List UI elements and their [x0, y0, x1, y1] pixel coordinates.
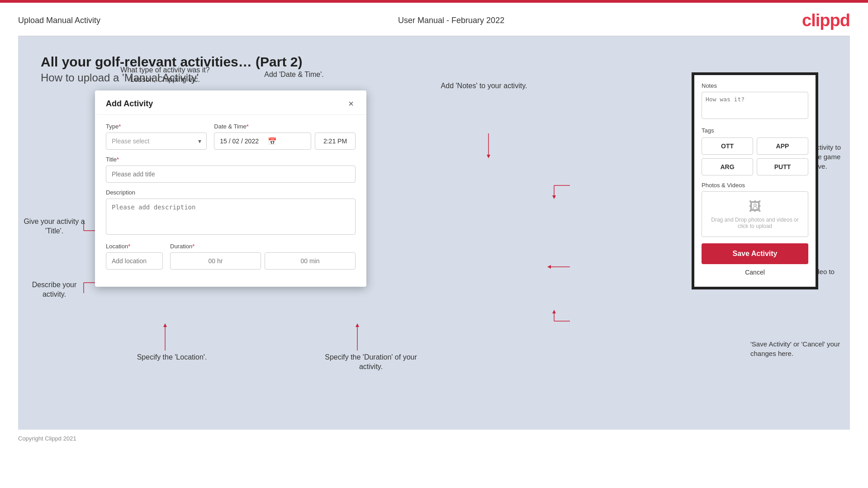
location-group: Location*: [106, 243, 163, 270]
form-row-type-datetime: Type* Please select ▾ Date & Time*: [106, 123, 356, 150]
page-title: Upload Manual Activity: [18, 16, 100, 25]
annotation-title: Give your activity a 'Title'.: [23, 217, 86, 236]
duration-label: Duration*: [170, 243, 356, 250]
duration-inputs: [170, 252, 356, 270]
duration-group: Duration*: [170, 243, 356, 270]
time-input[interactable]: [315, 133, 356, 150]
dialog-header: Add Activity ×: [95, 90, 366, 115]
header-center-text: User Manual - February 2022: [398, 16, 504, 25]
notes-label: Notes: [702, 82, 808, 89]
dialog-body: Type* Please select ▾ Date & Time*: [95, 115, 366, 287]
title-input[interactable]: [106, 166, 356, 183]
save-activity-button[interactable]: Save Activity: [702, 243, 808, 264]
datetime-group: Date & Time* 📅: [214, 123, 356, 150]
tag-app[interactable]: APP: [757, 137, 808, 155]
description-textarea[interactable]: [106, 199, 356, 235]
location-label: Location*: [106, 243, 163, 250]
description-group: Description: [106, 189, 356, 237]
svg-marker-16: [163, 323, 167, 327]
annotation-save: 'Save Activity' or 'Cancel' your changes…: [750, 339, 845, 358]
title-label: Title*: [106, 156, 356, 163]
add-activity-dialog: Add Activity × Type* Please select ▾: [95, 90, 366, 287]
tags-grid: OTT APP ARG PUTT: [702, 137, 808, 175]
logo: clippd: [802, 11, 850, 30]
notes-textarea[interactable]: [702, 92, 808, 119]
phone-screen: Notes Tags OTT APP ARG PUTT Photos & Vid…: [692, 72, 818, 289]
header: Upload Manual Activity User Manual - Feb…: [0, 3, 868, 36]
svg-marker-23: [552, 195, 556, 199]
description-label: Description: [106, 189, 356, 196]
dialog-title: Add Activity: [106, 99, 153, 109]
type-select[interactable]: Please select: [106, 133, 207, 150]
annotation-location: Specify the 'Location'.: [136, 353, 208, 362]
tag-ott[interactable]: OTT: [702, 137, 753, 155]
copyright-text: Copyright Clippd 2021: [18, 435, 76, 442]
location-input[interactable]: [106, 252, 163, 270]
svg-marker-25: [547, 265, 551, 269]
main-content: All your golf-relevant activities… (Part…: [18, 36, 850, 430]
date-input-wrapper: 📅: [214, 133, 311, 150]
photos-upload-area[interactable]: 🖼 Drag and Drop photos and videos or cli…: [702, 191, 808, 237]
tag-putt[interactable]: PUTT: [757, 158, 808, 175]
date-input[interactable]: [218, 133, 268, 149]
datetime-label: Date & Time*: [214, 123, 356, 130]
photos-label: Photos & Videos: [702, 182, 808, 189]
annotation-notes: Add 'Notes' to your activity.: [439, 81, 529, 91]
svg-marker-28: [552, 310, 556, 313]
annotation-activity-type: What type of activity was it? Lesson, Ch…: [113, 66, 217, 85]
close-button[interactable]: ×: [346, 99, 356, 109]
tag-arg[interactable]: ARG: [702, 158, 753, 175]
duration-min-input[interactable]: [265, 252, 356, 270]
footer: Copyright Clippd 2021: [0, 430, 868, 447]
tags-label: Tags: [702, 127, 808, 134]
type-select-wrapper: Please select ▾: [106, 133, 207, 150]
datetime-inner: 📅: [214, 133, 356, 150]
annotation-date-time: Add 'Date & Time'.: [249, 70, 339, 80]
title-group: Title*: [106, 156, 356, 183]
upload-text: Drag and Drop photos and videos or click…: [709, 217, 801, 229]
type-group: Type* Please select ▾: [106, 123, 207, 150]
duration-hr-input[interactable]: [170, 252, 261, 270]
phone-panel: Notes Tags OTT APP ARG PUTT Photos & Vid…: [692, 72, 827, 289]
upload-icon: 🖼: [709, 199, 801, 214]
cancel-button[interactable]: Cancel: [702, 269, 808, 276]
calendar-icon: 📅: [268, 137, 277, 146]
annotation-description: Describe your activity.: [23, 280, 86, 299]
svg-marker-20: [487, 155, 490, 158]
annotation-duration: Specify the 'Duration' of your activity.: [321, 353, 421, 372]
svg-marker-18: [356, 323, 359, 327]
form-row-location-duration: Location* Duration*: [106, 243, 356, 270]
type-label: Type*: [106, 123, 207, 130]
